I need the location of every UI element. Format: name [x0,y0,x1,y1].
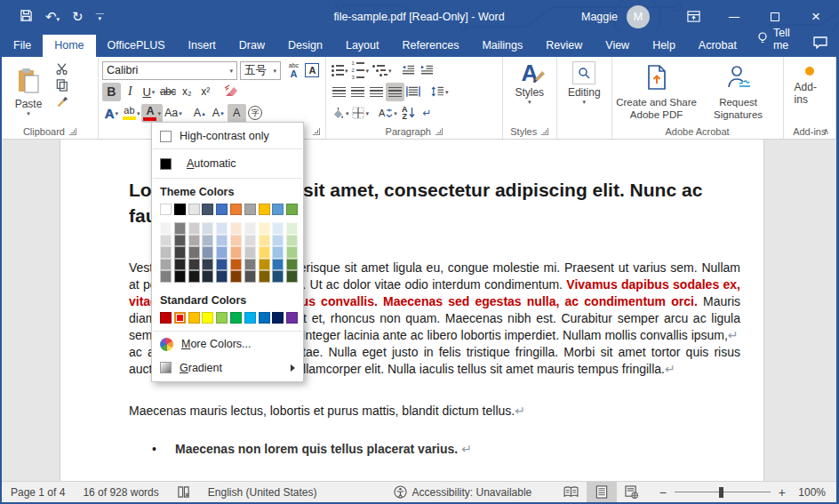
text-effects-button[interactable]: A▾ [102,104,121,123]
gradient-item[interactable]: Gradient [152,356,303,380]
color-swatch[interactable] [244,222,256,235]
color-swatch[interactable] [230,222,242,235]
request-signatures-button[interactable]: Request Signatures [698,60,779,124]
tab-draw[interactable]: Draw [228,35,276,57]
tab-insert[interactable]: Insert [177,35,228,57]
print-layout-button[interactable] [587,482,617,502]
color-swatch[interactable] [259,222,270,235]
tab-layout[interactable]: Layout [334,35,391,57]
color-swatch[interactable] [160,270,172,283]
color-swatch[interactable] [216,259,228,271]
tab-file[interactable]: File [2,35,43,57]
color-swatch[interactable] [160,235,172,247]
color-swatch[interactable] [244,235,256,247]
web-layout-button[interactable] [617,482,647,502]
color-swatch[interactable] [244,246,256,259]
color-swatch[interactable] [216,235,228,247]
enclose-characters-button[interactable]: 字 [246,104,265,123]
copy-button[interactable] [55,78,68,92]
undo-button[interactable]: ↶▾ [45,9,60,25]
tab-acrobat[interactable]: Acrobat [687,35,748,57]
highlight-color-button[interactable]: ab ▾ [121,104,142,123]
color-swatch[interactable] [259,246,270,259]
tab-review[interactable]: Review [534,35,594,57]
zoom-percentage[interactable]: 100% [794,486,826,499]
collapse-ribbon-button[interactable]: ∧ [823,126,829,136]
tab-help[interactable]: Help [641,35,687,57]
color-swatch[interactable] [286,312,298,324]
color-swatch[interactable] [174,246,186,259]
color-swatch[interactable] [286,270,298,283]
more-colors-item[interactable]: More Colors... [152,332,303,356]
addins-button[interactable]: Add-ins [787,60,832,124]
increase-indent-button[interactable] [418,61,436,80]
word-count[interactable]: 16 of 928 words [74,486,167,499]
bold-button[interactable]: B [102,83,121,101]
tab-references[interactable]: References [390,35,470,57]
color-swatch[interactable] [272,270,284,283]
color-swatch[interactable] [286,259,298,271]
color-swatch[interactable] [259,270,270,283]
superscript-button[interactable]: x² [196,83,215,101]
color-swatch[interactable] [286,246,298,259]
tab-view[interactable]: View [594,35,641,57]
grow-font-button[interactable]: A▴ [190,104,209,123]
asian-layout-button[interactable]: A ▾ [377,104,399,123]
color-swatch[interactable] [188,270,200,283]
styles-button[interactable]: A Styles ▾ [507,60,551,124]
color-swatch[interactable] [202,222,213,235]
tab-design[interactable]: Design [276,35,334,57]
color-swatch[interactable] [188,312,200,324]
create-share-pdf-button[interactable]: Create and Share Adobe PDF [616,60,698,124]
color-swatch[interactable] [202,235,213,247]
character-border-button[interactable]: A [303,61,322,80]
color-swatch[interactable] [160,312,172,324]
clear-formatting-button[interactable] [222,83,241,101]
document-canvas[interactable]: Lorem ipsum dolor sit amet, consectetur … [2,140,836,481]
color-swatch[interactable] [272,246,284,259]
styles-dialog-launcher[interactable] [541,128,548,135]
color-swatch[interactable] [230,259,242,271]
color-swatch[interactable] [230,270,242,283]
color-swatch[interactable] [160,204,172,215]
phonetic-guide-button[interactable]: abcA [284,61,303,80]
color-swatch[interactable] [244,312,256,324]
color-swatch[interactable] [230,312,242,324]
strikethrough-button[interactable]: abc [158,83,178,101]
shading-button[interactable]: ▾ [330,104,351,123]
high-contrast-checkbox[interactable] [160,131,172,142]
color-swatch[interactable] [216,246,228,259]
borders-button[interactable]: ▾ [350,104,371,123]
redo-button[interactable]: ↻ [72,9,84,25]
show-hide-marks-button[interactable]: ↵ [418,104,436,123]
color-swatch[interactable] [174,259,186,271]
change-case-button[interactable]: Aa▾ [163,104,184,123]
color-swatch[interactable] [216,312,228,324]
language-indicator[interactable]: English (United States) [199,486,326,499]
color-swatch[interactable] [174,204,186,215]
save-icon[interactable] [20,9,33,25]
color-swatch[interactable] [272,204,284,215]
color-swatch[interactable] [286,204,298,215]
tab-officeplus[interactable]: OfficePLUS [96,35,177,57]
avatar[interactable]: M [627,5,650,28]
maximize-button[interactable] [755,0,795,33]
color-swatch[interactable] [174,222,186,235]
color-swatch[interactable] [188,222,200,235]
color-swatch[interactable] [188,246,200,259]
color-swatch[interactable] [160,222,172,235]
color-swatch[interactable] [202,246,213,259]
bullets-button[interactable]: ▾ [330,61,350,80]
underline-button[interactable]: U▾ [140,83,158,101]
color-swatch[interactable] [202,270,213,283]
color-swatch[interactable] [230,204,242,215]
page-indicator[interactable]: Page 1 of 4 [2,486,74,499]
color-swatch[interactable] [244,270,256,283]
proofing-errors-icon[interactable] [168,485,199,499]
italic-button[interactable]: I [121,83,140,101]
zoom-slider-thumb[interactable] [719,487,723,498]
color-swatch[interactable] [259,312,270,324]
color-swatch[interactable] [230,246,242,259]
color-swatch[interactable] [259,235,270,247]
color-swatch[interactable] [174,235,186,247]
